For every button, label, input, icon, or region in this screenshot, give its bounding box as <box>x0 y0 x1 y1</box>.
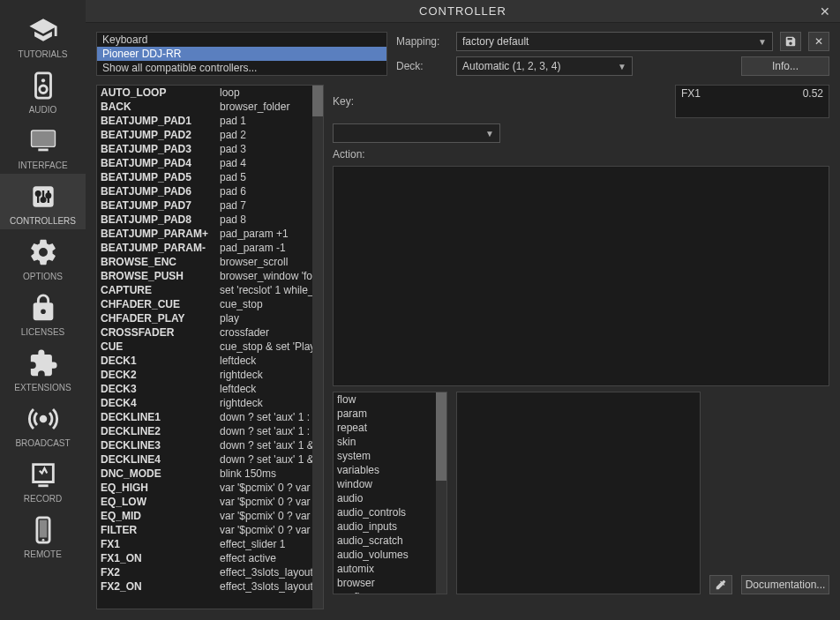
mapping-row[interactable]: BEATJUMP_PAD1pad 1 <box>97 114 323 128</box>
mapping-row[interactable]: FILTERvar '$pcmix' 0 ? var 'au <box>97 523 323 537</box>
mapping-row[interactable]: BEATJUMP_PAD5pad 5 <box>97 170 323 184</box>
sidebar-item-record[interactable]: RECORD <box>0 452 86 507</box>
mapping-key: BEATJUMP_PAD3 <box>101 142 220 156</box>
fx-display: FX1 0.52 <box>675 85 829 118</box>
mapping-row[interactable]: DECKLINE1down ? set 'aux' 1 : set <box>97 410 323 424</box>
broadcast-icon <box>26 401 61 437</box>
verb-item[interactable]: audio_scratch <box>334 534 446 548</box>
mapping-key: EQ_MID <box>101 509 220 523</box>
mapping-row[interactable]: BEATJUMP_PAD3pad 3 <box>97 142 323 156</box>
sidebar-item-interface[interactable]: INTERFACE <box>0 118 86 174</box>
mapping-row[interactable]: EQ_MIDvar '$pcmix' 0 ? var 'au <box>97 509 323 523</box>
sidebar-item-tutorials[interactable]: TUTORIALS <box>0 7 86 63</box>
controller-item[interactable]: Pioneer DDJ-RR <box>97 47 386 61</box>
mapping-row[interactable]: BEATJUMP_PARAM+pad_param +1 <box>97 227 323 241</box>
scrollbar[interactable] <box>436 392 446 594</box>
mapping-value: rightdeck <box>220 368 319 382</box>
sidebar-item-label: OPTIONS <box>23 272 63 281</box>
mapping-key: DECKLINE1 <box>101 410 220 424</box>
verb-item[interactable]: skin <box>334 435 446 449</box>
controller-item[interactable]: Show all compatible controllers... <box>97 61 386 75</box>
verb-item[interactable]: audio <box>334 491 446 505</box>
mapping-row[interactable]: CHFADER_PLAYplay <box>97 311 323 325</box>
verb-item[interactable]: browser <box>334 576 446 590</box>
mapping-row[interactable]: DECK1leftdeck <box>97 354 323 368</box>
verb-item[interactable]: param <box>334 407 446 421</box>
mapping-row[interactable]: CROSSFADERcrossfader <box>97 325 323 340</box>
controller-list[interactable]: KeyboardPioneer DDJ-RRShow all compatibl… <box>96 32 387 76</box>
mapping-value: effect active <box>220 551 319 565</box>
scrollbar-thumb[interactable] <box>312 86 323 116</box>
sidebar-item-options[interactable]: OPTIONS <box>0 229 86 285</box>
mapping-table[interactable]: AUTO_LOOPloopBACKbrowser_folderBEATJUMP_… <box>96 85 324 609</box>
mapping-row[interactable]: DNC_MODEblink 150ms <box>97 467 323 481</box>
mapping-row[interactable]: FX1effect_slider 1 <box>97 537 323 551</box>
delete-button[interactable]: ✕ <box>808 32 829 51</box>
close-icon[interactable]: ✕ <box>817 4 833 19</box>
mapping-row[interactable]: BEATJUMP_PAD8pad 8 <box>97 213 323 227</box>
verb-list[interactable]: flowparamrepeatskinsystemvariableswindow… <box>333 392 447 594</box>
mapping-row[interactable]: FX2effect_3slots_layout ? <box>97 565 323 579</box>
mapping-row[interactable]: BEATJUMP_PARAM-pad_param -1 <box>97 241 323 255</box>
verb-item[interactable]: system <box>334 449 446 463</box>
verb-item[interactable]: audio_inputs <box>334 519 446 534</box>
verb-item[interactable]: config <box>334 590 446 594</box>
mapping-row[interactable]: FX2_ONeffect_3slots_layout ? <box>97 579 323 594</box>
sliders-icon <box>26 179 61 214</box>
sidebar-item-remote[interactable]: REMOTE <box>0 507 86 563</box>
mapping-row[interactable]: CAPTUREset 'recslot' 1 while_pr <box>97 283 323 297</box>
verb-item[interactable]: automix <box>334 562 446 576</box>
lock-icon <box>26 290 61 325</box>
mapping-row[interactable]: DECK4rightdeck <box>97 396 323 410</box>
sidebar-item-label: RECORD <box>24 494 62 504</box>
mapping-row[interactable]: DECK3leftdeck <box>97 382 323 396</box>
info-button[interactable]: Info... <box>741 56 829 76</box>
mapping-row[interactable]: AUTO_LOOPloop <box>97 86 323 100</box>
mapping-row[interactable]: DECKLINE3down ? set 'aux' 1 & va <box>97 438 323 452</box>
save-button[interactable] <box>780 32 801 51</box>
sidebar-item-controllers[interactable]: CONTROLLERS <box>0 174 86 229</box>
chevron-down-icon: ▼ <box>618 62 626 71</box>
action-detail-box[interactable] <box>456 392 701 594</box>
key-select[interactable]: ▼ <box>333 123 500 143</box>
mapping-key: BEATJUMP_PAD2 <box>101 128 220 142</box>
deck-select[interactable]: Automatic (1, 2, 3, 4) ▼ <box>456 56 633 76</box>
sidebar-item-broadcast[interactable]: BROADCAST <box>0 396 86 452</box>
mapping-row[interactable]: BROWSE_PUSHbrowser_window 'folde <box>97 269 323 283</box>
mapping-row[interactable]: BACKbrowser_folder <box>97 100 323 114</box>
verb-item[interactable]: variables <box>334 463 446 477</box>
scrollbar[interactable] <box>312 86 323 609</box>
verb-item[interactable]: repeat <box>334 421 446 435</box>
eyedropper-button[interactable] <box>709 575 732 594</box>
mapping-row[interactable]: BROWSE_ENCbrowser_scroll <box>97 255 323 269</box>
mapping-row[interactable]: BEATJUMP_PAD4pad 4 <box>97 156 323 170</box>
sidebar-item-licenses[interactable]: LICENSES <box>0 285 86 340</box>
mapping-row[interactable]: EQ_HIGHvar '$pcmix' 0 ? var 'au <box>97 481 323 495</box>
verb-item[interactable]: audio_controls <box>334 505 446 519</box>
sidebar-item-audio[interactable]: AUDIO <box>0 63 86 118</box>
action-textarea[interactable] <box>333 166 829 386</box>
mapping-value: effect_slider 1 <box>220 537 319 551</box>
mapping-row[interactable]: DECK2rightdeck <box>97 368 323 382</box>
mapping-value: browser_folder <box>220 100 319 114</box>
mapping-row[interactable]: BEATJUMP_PAD6pad 6 <box>97 184 323 198</box>
verb-item[interactable]: audio_volumes <box>334 548 446 562</box>
mapping-row[interactable]: FX1_ONeffect active <box>97 551 323 565</box>
scrollbar-thumb[interactable] <box>436 392 446 481</box>
verb-item[interactable]: window <box>334 477 446 491</box>
mapping-row[interactable]: BEATJUMP_PAD7pad 7 <box>97 198 323 213</box>
mapping-key: BEATJUMP_PAD7 <box>101 198 220 213</box>
mapping-row[interactable]: CUEcue_stop & set 'PlayCl <box>97 340 323 354</box>
verb-item[interactable]: flow <box>334 392 446 407</box>
mapping-select[interactable]: factory default ▼ <box>456 32 773 51</box>
mapping-key: BEATJUMP_PARAM+ <box>101 227 220 241</box>
sidebar-item-extensions[interactable]: EXTENSIONS <box>0 340 86 396</box>
mapping-row[interactable]: DECKLINE2down ? set 'aux' 1 : set <box>97 424 323 438</box>
documentation-button[interactable]: Documentation... <box>741 575 829 594</box>
mapping-row[interactable]: CHFADER_CUEcue_stop <box>97 297 323 311</box>
mapping-key: BACK <box>101 100 220 114</box>
mapping-row[interactable]: EQ_LOWvar '$pcmix' 0 ? var 'au <box>97 495 323 509</box>
mapping-row[interactable]: DECKLINE4down ? set 'aux' 1 & va <box>97 452 323 467</box>
mapping-row[interactable]: BEATJUMP_PAD2pad 2 <box>97 128 323 142</box>
controller-item[interactable]: Keyboard <box>97 33 386 47</box>
